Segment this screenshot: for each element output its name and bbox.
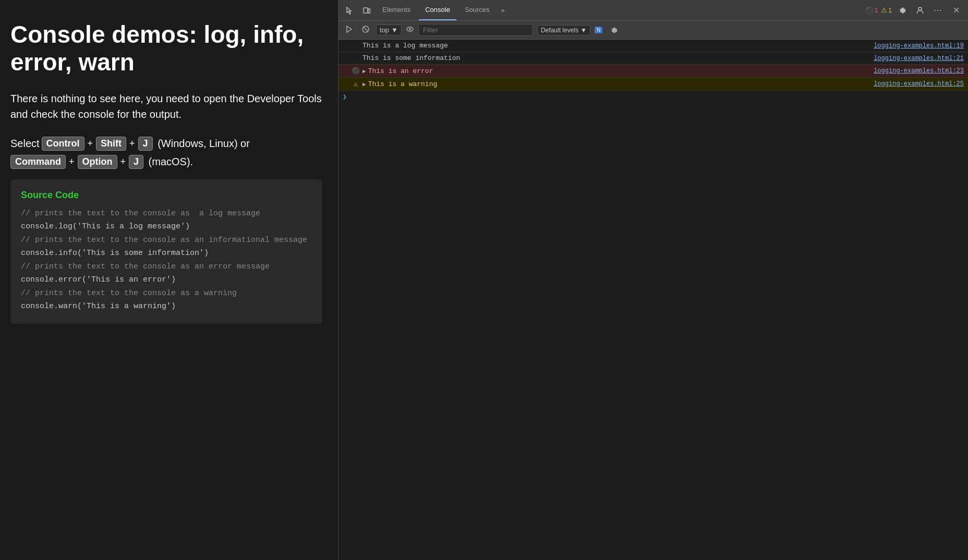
warn-count: 1 — [888, 7, 892, 14]
console-output: This is a log message logging-examples.h… — [338, 40, 968, 560]
console-prompt-row: ❯ — [338, 91, 968, 103]
context-value: top — [380, 26, 389, 34]
source-line-2: console.log('This is a log message') — [21, 220, 312, 234]
console-file-info[interactable]: logging-examples.html:21 — [874, 55, 964, 62]
tab-elements-label: Elements — [382, 6, 410, 14]
svg-marker-3 — [347, 26, 352, 32]
console-msg-error: This is an error — [368, 67, 874, 75]
levels-chevron-icon: ▼ — [580, 27, 587, 34]
eye-button[interactable] — [406, 25, 414, 35]
tab-console-label: Console — [425, 6, 450, 14]
tab-sources[interactable]: Sources — [458, 0, 496, 20]
svg-point-2 — [918, 7, 922, 10]
console-file-log[interactable]: logging-examples.html:19 — [874, 42, 964, 50]
console-msg-warning: This is a warning — [368, 80, 874, 88]
tab-sources-label: Sources — [465, 6, 490, 14]
n-badge: N — [595, 27, 602, 33]
warn-triangle-icon: ⚠ — [881, 6, 887, 14]
svg-rect-0 — [364, 8, 368, 13]
context-selector[interactable]: top ▼ — [376, 25, 402, 35]
warn-badge: ⚠ 1 — [881, 6, 892, 14]
ellipsis-icon: ⋯ — [934, 5, 942, 15]
error-count: 1 — [875, 7, 878, 14]
plus4: + — [120, 156, 126, 167]
key-option: Option — [78, 155, 117, 169]
error-circle-icon: ⚫ — [865, 6, 874, 15]
error-badge: ⚫ 1 — [865, 6, 878, 15]
plus3: + — [69, 156, 75, 167]
error-row-icon: ⚫ — [351, 67, 360, 75]
console-row-warning: ⚠ ▶ This is a warning logging-examples.h… — [338, 78, 968, 91]
settings-button[interactable] — [895, 4, 910, 17]
left-panel: Console demos: log, info, error, warn Th… — [0, 0, 338, 560]
prompt-chevron-icon: ❯ — [343, 93, 347, 101]
console-file-warning[interactable]: logging-examples.html:25 — [874, 80, 964, 88]
source-line-7: // prints the text to the console as a w… — [21, 287, 312, 300]
console-file-error[interactable]: logging-examples.html:23 — [874, 67, 964, 75]
source-line-1: // prints the text to the console as a l… — [21, 207, 312, 221]
console-row-log: This is a log message logging-examples.h… — [338, 40, 968, 52]
key-control: Control — [42, 137, 84, 151]
source-line-4: console.info('This is some information') — [21, 247, 312, 260]
tab-elements[interactable]: Elements — [376, 0, 417, 20]
tab-console[interactable]: Console — [419, 0, 456, 20]
warn-row-icon: ⚠ — [351, 80, 360, 88]
comment-4: // prints the text to the console as a w… — [21, 289, 237, 298]
inspect-element-button[interactable] — [343, 4, 357, 17]
clear-console-button[interactable] — [343, 24, 355, 36]
source-line-3: // prints the text to the console as an … — [21, 234, 312, 247]
console-msg-log: This is a log message — [362, 42, 874, 50]
select-label: Select — [10, 138, 40, 150]
key-j1: J — [138, 137, 153, 151]
console-sub-toolbar: top ▼ Default levels ▼ N — [338, 21, 968, 40]
warn-expand-arrow[interactable]: ▶ — [362, 81, 366, 88]
svg-rect-1 — [368, 9, 370, 13]
console-msg-info: This is some information — [362, 54, 874, 62]
console-settings-button[interactable] — [607, 24, 621, 36]
source-line-5: // prints the text to the console as an … — [21, 260, 312, 274]
console-row-error: ⚫ ▶ This is an error logging-examples.ht… — [338, 65, 968, 78]
source-code: // prints the text to the console as a l… — [21, 207, 312, 313]
console-input[interactable] — [350, 93, 964, 101]
comment-1: // prints the text to the console as a l… — [21, 209, 260, 218]
devtools-tabs-toolbar: Elements Console Sources » ⚫ 1 ⚠ 1 — [338, 0, 968, 21]
filter-input[interactable] — [418, 24, 533, 36]
source-title: Source Code — [21, 190, 312, 201]
plus2: + — [129, 138, 135, 149]
key-command: Command — [10, 155, 66, 169]
no-ban-button[interactable] — [359, 24, 372, 36]
close-devtools-button[interactable]: ✕ — [949, 3, 964, 17]
source-block: Source Code // prints the text to the co… — [10, 179, 322, 324]
svg-line-5 — [364, 27, 368, 32]
tab-more-button[interactable]: » — [498, 4, 508, 16]
key-j2: J — [129, 155, 143, 169]
device-toolbar-button[interactable] — [359, 4, 374, 17]
shortcut-mac: Command + Option + J (macOS). — [10, 155, 322, 169]
more-options-button[interactable]: ⋯ — [930, 3, 946, 17]
context-chevron-icon: ▼ — [391, 26, 398, 34]
windows-suffix: (Windows, Linux) or — [155, 138, 250, 150]
devtools-panel: Elements Console Sources » ⚫ 1 ⚠ 1 — [338, 0, 968, 560]
svg-point-7 — [409, 28, 411, 30]
shortcut-windows: Select Control + Shift + J (Windows, Lin… — [10, 137, 322, 151]
comment-3: // prints the text to the console as an … — [21, 262, 270, 271]
key-shift: Shift — [96, 137, 126, 151]
comment-2: // prints the text to the console as an … — [21, 236, 307, 245]
levels-label: Default levels — [541, 27, 578, 34]
description: There is nothing to see here, you need t… — [10, 91, 322, 122]
mac-suffix: (macOS). — [146, 156, 193, 168]
levels-dropdown[interactable]: Default levels ▼ — [537, 25, 590, 35]
plus1: + — [88, 138, 93, 149]
devtools-toolbar-right: ⚫ 1 ⚠ 1 ⋯ ✕ — [865, 3, 964, 17]
source-line-8: console.warn('This is a warning') — [21, 300, 312, 313]
page-title: Console demos: log, info, error, warn — [10, 21, 322, 76]
console-row-info: This is some information logging-example… — [338, 52, 968, 65]
source-line-6: console.error('This is an error') — [21, 273, 312, 287]
user-button[interactable] — [913, 4, 927, 17]
error-expand-arrow[interactable]: ▶ — [362, 68, 366, 75]
